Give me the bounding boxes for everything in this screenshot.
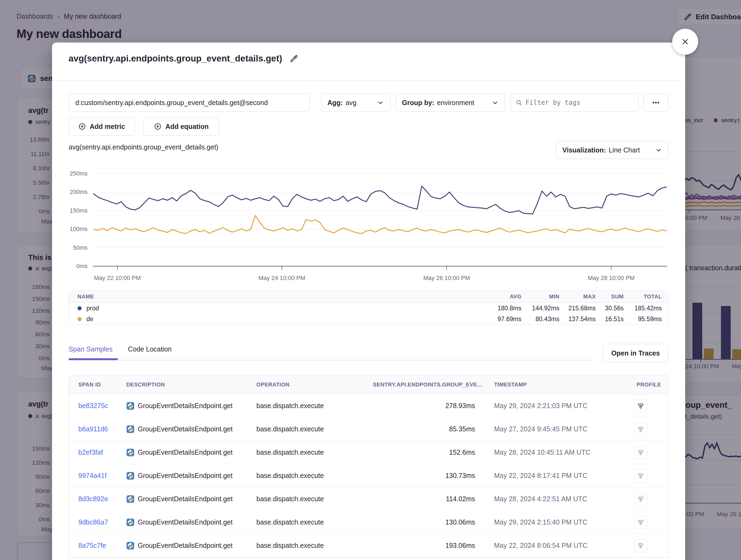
span-description: GroupEventDetailsEndpoint.get <box>138 518 232 526</box>
modal-close-button[interactable] <box>672 29 698 55</box>
agg-dropdown[interactable]: Agg:avg <box>321 93 390 112</box>
profile-button[interactable] <box>634 516 647 529</box>
metric-details-modal: avg(sentry.api.endpoints.group_event_det… <box>52 43 685 560</box>
chart-label: avg(sentry.api.endpoints.group_event_det… <box>69 143 218 151</box>
col-span-id: SPAN ID <box>69 382 126 388</box>
modal-divider <box>52 80 685 81</box>
visualization-value: Line Chart <box>609 146 640 154</box>
x-tick-label: May 28 10:00 PM <box>588 274 634 282</box>
span-id-link[interactable]: b2ef3faf <box>78 449 103 456</box>
span-row: 9974a41f GroupEventDetailsEndpoint.get b… <box>69 464 668 487</box>
chevron-down-icon <box>377 99 384 106</box>
span-value: 85.35ms <box>373 425 475 433</box>
profile-button[interactable] <box>634 399 647 412</box>
span-id-link[interactable]: 8d3c892e <box>78 495 108 502</box>
span-id-link[interactable]: 9974a41f <box>78 472 107 479</box>
python-icon <box>126 402 134 410</box>
groupby-label: Group by: <box>402 99 434 106</box>
span-timestamp: May 28, 2024 4:22:51 AM UTC <box>494 495 613 503</box>
x-tick-label: May 22 10:00 PM <box>94 274 141 282</box>
y-tick: 150ms <box>54 207 87 214</box>
span-operation: base.dispatch.execute <box>256 425 373 433</box>
span-description: GroupEventDetailsEndpoint.get <box>138 472 232 480</box>
span-operation: base.dispatch.execute <box>256 449 373 456</box>
series-dot <box>77 317 82 321</box>
agg-label: Agg: <box>327 99 343 106</box>
profile-button[interactable] <box>634 539 647 552</box>
span-row: b2ef3faf GroupEventDetailsEndpoint.get b… <box>69 441 668 464</box>
span-operation: base.dispatch.execute <box>256 402 373 410</box>
edit-title-pencil-icon[interactable] <box>290 54 298 63</box>
python-icon <box>126 472 134 480</box>
span-operation: base.dispatch.execute <box>256 518 373 526</box>
profile-icon <box>637 495 644 502</box>
groupby-dropdown[interactable]: Group by:environment <box>396 93 505 112</box>
modal-title-row: avg(sentry.api.endpoints.group_event_det… <box>69 53 298 64</box>
tab-span-samples[interactable]: Span Samples <box>69 345 113 353</box>
span-id-link[interactable]: 8a75c7fe <box>78 542 106 549</box>
span-timestamp: May 29, 2024 2:15:40 PM UTC <box>494 518 613 526</box>
span-row: 8d3c892e GroupEventDetailsEndpoint.get b… <box>69 487 668 511</box>
span-operation: base.dispatch.execute <box>256 472 373 480</box>
python-icon <box>126 495 134 503</box>
filter-tags-input[interactable] <box>526 99 633 106</box>
profile-button[interactable] <box>634 423 647 436</box>
visualization-dropdown[interactable]: Visualization:Line Chart <box>556 141 668 159</box>
add-metric-button[interactable]: Add metric <box>69 117 135 136</box>
col-total: TOTAL <box>624 294 662 300</box>
span-value: 278.93ms <box>373 402 475 410</box>
summary-header-row: NAME AVG MIN MAX SUM TOTAL <box>69 291 668 303</box>
add-equation-button[interactable]: Add equation <box>144 117 219 136</box>
span-description: GroupEventDetailsEndpoint.get <box>138 542 232 549</box>
y-tick: 200ms <box>54 188 87 195</box>
summary-row-de[interactable]: de 97.69ms 80.43ms 137.54ms 16.51s 95.59… <box>69 314 668 324</box>
python-icon <box>126 449 134 457</box>
profile-icon <box>637 472 644 479</box>
chevron-down-icon <box>655 147 662 154</box>
span-row: 9dbc86a7 GroupEventDetailsEndpoint.get b… <box>69 511 668 534</box>
filter-tags-field[interactable] <box>511 93 638 112</box>
profile-button[interactable] <box>634 446 647 459</box>
col-timestamp: TIMESTAMP <box>494 382 613 388</box>
profile-icon <box>637 519 644 526</box>
tabs-divider <box>69 360 594 361</box>
y-tick: 0ms <box>54 263 87 270</box>
col-max: MAX <box>559 294 596 300</box>
span-value: 152.6ms <box>373 449 475 456</box>
span-timestamp: May 27, 2024 9:45:45 PM UTC <box>494 425 613 433</box>
profile-button[interactable] <box>634 469 647 482</box>
add-equation-label: Add equation <box>165 123 209 131</box>
active-tab-underline <box>69 358 118 360</box>
y-tick: 250ms <box>54 170 87 177</box>
span-timestamp: May 29, 2024 2:21:03 PM UTC <box>494 402 613 410</box>
span-row: be83275c GroupEventDetailsEndpoint.get b… <box>69 394 668 417</box>
span-id-link[interactable]: b6a911d6 <box>78 425 108 433</box>
series-dot <box>77 306 82 310</box>
col-name: NAME <box>69 294 481 300</box>
profile-button[interactable] <box>634 493 647 505</box>
span-operation: base.dispatch.execute <box>256 495 373 503</box>
col-avg: AVG <box>481 294 522 300</box>
span-row: b6a911d6 GroupEventDetailsEndpoint.get b… <box>69 417 668 441</box>
x-tick-label: May 26 10:00 PM <box>423 274 470 282</box>
col-sum: SUM <box>596 294 624 300</box>
profile-icon <box>637 449 644 456</box>
more-options-button[interactable] <box>644 93 668 112</box>
metric-line-chart[interactable] <box>52 164 685 283</box>
col-profile: PROFILE <box>613 382 668 388</box>
span-value: 193.06ms <box>373 542 475 549</box>
profile-icon <box>637 542 644 549</box>
series-name: de <box>86 315 93 323</box>
series-summary-table: NAME AVG MIN MAX SUM TOTAL prod 180.8ms … <box>69 291 668 325</box>
metric-query-input[interactable]: d:custom/sentry.api.endpoints.group_even… <box>69 93 310 112</box>
span-description: GroupEventDetailsEndpoint.get <box>138 402 232 410</box>
open-in-traces-button[interactable]: Open in Traces <box>603 344 668 362</box>
summary-row-prod[interactable]: prod 180.8ms 144.92ms 215.68ms 30.56s 18… <box>69 303 668 314</box>
span-id-link[interactable]: be83275c <box>78 402 108 409</box>
agg-value: avg <box>346 99 356 106</box>
tab-code-location[interactable]: Code Location <box>128 345 172 353</box>
python-icon <box>126 542 134 550</box>
span-id-link[interactable]: 9dbc86a7 <box>78 518 108 526</box>
groupby-value: environment <box>437 99 474 106</box>
profile-icon <box>637 402 644 409</box>
